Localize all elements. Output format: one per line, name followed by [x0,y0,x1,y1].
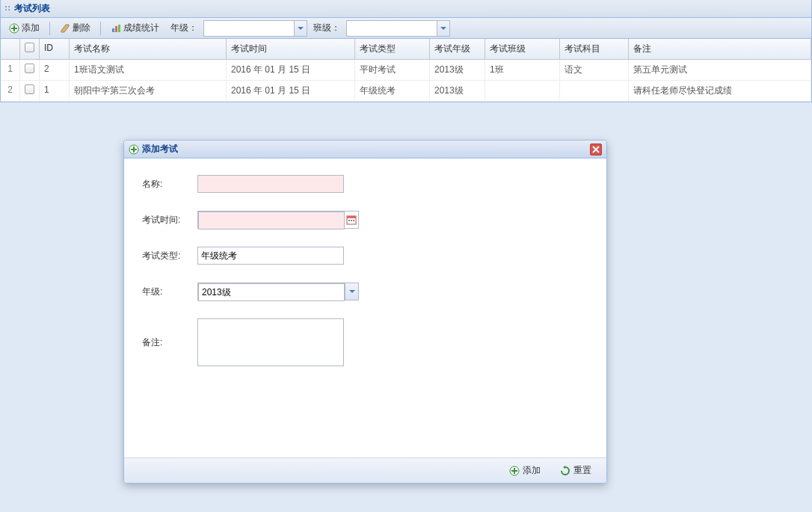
stats-label: 成绩统计 [123,22,159,34]
grade-combo[interactable] [203,20,307,37]
col-note[interactable]: 备注 [629,39,811,59]
chevron-down-icon[interactable] [345,283,358,300]
close-icon [592,146,600,153]
cell-class [485,81,560,101]
rownum: 2 [1,81,20,101]
grade-combo[interactable] [197,283,359,300]
panel-title: 考试列表 [14,2,50,15]
cell-type: 平时考试 [355,60,430,80]
delete-button[interactable]: 删除 [55,19,96,37]
type-input[interactable] [197,247,344,265]
class-combo[interactable] [346,20,450,37]
col-checkbox[interactable] [20,39,40,59]
cell-name: 朝阳中学第三次会考 [70,81,227,101]
grade-input[interactable] [204,21,294,36]
cell-class: 1班 [485,60,560,80]
col-name[interactable]: 考试名称 [70,39,227,59]
name-input[interactable] [197,175,344,193]
row-checkbox[interactable] [20,81,40,101]
col-rownum [1,39,20,59]
svg-rect-10 [347,216,356,218]
svg-rect-3 [112,28,114,32]
time-label: 考试时间: [142,211,197,226]
col-class[interactable]: 考试班级 [485,39,560,59]
cell-subject: 语文 [560,60,629,80]
svg-rect-5 [118,25,120,32]
cell-id: 2 [40,60,70,80]
delete-label: 删除 [73,22,90,34]
svg-rect-13 [353,220,354,221]
add-button[interactable]: 添加 [4,19,45,37]
dialog-body: 名称: 考试时间: 考试类型: 年级: [124,158,606,457]
type-label: 考试类型: [142,247,197,262]
grade-label: 年级： [167,22,200,34]
svg-rect-2 [11,28,17,29]
add-exam-dialog: 添加考试 名称: 考试时间: 考试类型: [123,140,607,484]
cell-name: 1班语文测试 [70,60,227,80]
toolbar: 添加 删除 成绩统计 年级： 班级： [0,18,812,39]
grid-header: ID 考试名称 考试时间 考试类型 考试年级 考试班级 考试科目 备注 [1,39,811,60]
svg-rect-12 [351,220,352,221]
time-date-field[interactable] [197,211,359,229]
table-row[interactable]: 2 1 朝阳中学第三次会考 2016 年 01 月 15 日 年级统考 2013… [1,81,811,102]
cell-type: 年级统考 [355,81,430,101]
grade-label: 年级: [142,283,197,298]
add-label: 添加 [22,22,40,34]
note-label: 备注: [142,318,197,349]
cell-note: 请科任老师尽快登记成绩 [629,81,811,101]
cell-grade: 2013级 [430,81,485,101]
col-id[interactable]: ID [40,39,70,59]
checkbox-icon[interactable] [25,43,34,52]
name-label: 名称: [142,175,197,191]
cell-id: 1 [40,81,70,101]
exam-grid: ID 考试名称 考试时间 考试类型 考试年级 考试班级 考试科目 备注 1 2 … [0,39,812,102]
chevron-down-icon[interactable] [437,21,449,36]
table-row[interactable]: 1 2 1班语文测试 2016 年 01 月 15 日 平时考试 2013级 1… [1,60,811,81]
calendar-icon[interactable] [345,212,358,228]
panel-header: 考试列表 [0,0,812,18]
col-grade[interactable]: 考试年级 [430,39,485,59]
col-type[interactable]: 考试类型 [355,39,430,59]
cell-subject [560,81,629,101]
checkbox-icon[interactable] [25,84,34,94]
dialog-reset-label: 重置 [573,464,591,477]
grade-input[interactable] [198,283,345,301]
svg-rect-11 [348,220,350,221]
chart-icon [111,23,121,34]
cell-grade: 2013级 [430,60,485,80]
row-checkbox[interactable] [20,60,40,80]
separator [49,22,50,35]
separator [100,22,101,35]
stats-button[interactable]: 成绩统计 [105,19,164,37]
reset-icon [560,466,570,476]
col-subject[interactable]: 考试科目 [560,39,629,59]
delete-icon [60,23,70,34]
add-icon [129,144,139,155]
dialog-header[interactable]: 添加考试 [124,141,606,158]
svg-rect-16 [511,470,517,472]
dialog-add-button[interactable]: 添加 [503,462,547,479]
class-input[interactable] [347,21,437,36]
cell-note: 第五单元测试 [629,60,811,80]
add-icon [9,23,19,34]
class-label: 班级： [310,22,343,34]
note-textarea[interactable] [197,318,344,366]
svg-rect-8 [131,149,137,150]
rownum: 1 [1,60,20,80]
cell-time: 2016 年 01 月 15 日 [227,81,355,101]
close-button[interactable] [590,144,602,155]
dialog-title: 添加考试 [142,143,178,155]
dialog-reset-button[interactable]: 重置 [554,462,597,479]
add-icon [509,466,520,476]
cell-time: 2016 年 01 月 15 日 [227,60,355,80]
svg-rect-4 [115,26,117,32]
chevron-down-icon[interactable] [294,21,307,36]
checkbox-icon[interactable] [25,64,34,73]
dialog-add-label: 添加 [523,464,541,477]
time-input[interactable] [198,212,345,229]
col-time[interactable]: 考试时间 [227,39,355,59]
dialog-footer: 添加 重置 [124,457,606,483]
